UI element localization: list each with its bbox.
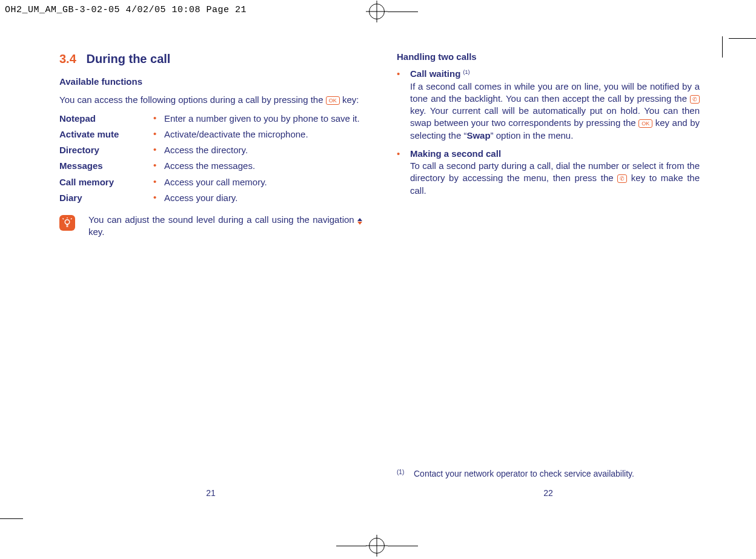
option-term: Messages bbox=[59, 160, 153, 172]
ok-key-icon: OK bbox=[326, 96, 340, 105]
page-left: 3.4 During the call Available functions … bbox=[59, 51, 362, 499]
footnote-mark: (1) bbox=[397, 468, 414, 480]
option-row: Diary • Access your diary. bbox=[59, 192, 362, 204]
bullet-icon: • bbox=[153, 113, 164, 124]
svg-point-0 bbox=[65, 220, 70, 225]
nav-key-icon bbox=[357, 218, 362, 225]
footnote: (1) Contact your network operator to che… bbox=[397, 468, 700, 480]
subheading: Handling two calls bbox=[397, 51, 700, 63]
bullet-lead: Call waiting bbox=[410, 68, 463, 79]
bullet-body: Call waiting (1) If a second call comes … bbox=[410, 68, 700, 142]
call-key-icon: ✆ bbox=[617, 174, 627, 183]
crop-mark bbox=[388, 12, 418, 12]
option-term: Directory bbox=[59, 144, 153, 156]
bullet-icon: • bbox=[397, 148, 410, 160]
svg-line-3 bbox=[71, 219, 72, 220]
section-heading: 3.4 During the call bbox=[59, 51, 362, 67]
section-number: 3.4 bbox=[59, 52, 76, 65]
option-row: Directory • Access the directory. bbox=[59, 144, 362, 156]
option-desc: Activate/deactivate the microphone. bbox=[164, 128, 362, 141]
page-number: 22 bbox=[397, 488, 700, 499]
bullet-icon: • bbox=[153, 160, 164, 171]
page-right: Handling two calls • Call waiting (1) If… bbox=[397, 51, 700, 499]
lightbulb-icon bbox=[59, 215, 75, 231]
crop-mark bbox=[336, 546, 366, 546]
bullet-icon: • bbox=[397, 68, 410, 80]
option-term: Diary bbox=[59, 192, 153, 204]
option-term: Notepad bbox=[59, 113, 153, 125]
bullet-lead: Making a second call bbox=[410, 148, 501, 159]
prepress-header: OH2_UM_AM_GB-3-02-05 4/02/05 10:08 Page … bbox=[5, 5, 247, 15]
subheading: Available functions bbox=[59, 76, 362, 88]
option-desc: Enter a number given to you by phone to … bbox=[164, 113, 362, 125]
option-desc: Access your call memory. bbox=[164, 176, 362, 188]
bullet-icon: • bbox=[153, 144, 164, 155]
call-key-icon: ✆ bbox=[690, 95, 700, 104]
option-term: Call memory bbox=[59, 176, 153, 188]
registration-mark bbox=[369, 4, 385, 19]
section-title: During the call bbox=[87, 52, 171, 65]
option-desc: Access your diary. bbox=[164, 192, 362, 204]
option-desc: Access the directory. bbox=[164, 144, 362, 156]
intro-text: You can access the following options dur… bbox=[59, 94, 362, 106]
options-list: Notepad • Enter a number given to you by… bbox=[59, 113, 362, 205]
page-number: 21 bbox=[59, 488, 362, 499]
option-desc: Access the messages. bbox=[164, 160, 362, 172]
footnote-text: Contact your network operator to check s… bbox=[414, 468, 700, 480]
bullet-icon: • bbox=[153, 128, 164, 139]
tip-block: You can adjust the sound level during a … bbox=[59, 214, 362, 239]
tip-text: You can adjust the sound level during a … bbox=[88, 214, 362, 239]
bullet-item: • Making a second call To call a second … bbox=[397, 148, 700, 197]
ok-key-icon: OK bbox=[638, 119, 652, 128]
option-term: Activate mute bbox=[59, 128, 153, 141]
bullet-icon: • bbox=[153, 176, 164, 187]
bullet-item: • Call waiting (1) If a second call come… bbox=[397, 68, 700, 142]
registration-mark bbox=[369, 538, 385, 554]
swap-word: Swap bbox=[466, 130, 490, 141]
option-row: Notepad • Enter a number given to you by… bbox=[59, 113, 362, 125]
crop-mark bbox=[388, 546, 418, 546]
bullet-icon: • bbox=[153, 192, 164, 203]
crop-mark bbox=[722, 36, 723, 58]
crop-mark bbox=[729, 38, 756, 39]
option-row: Call memory • Access your call memory. bbox=[59, 176, 362, 188]
bullet-body: Making a second call To call a second pa… bbox=[410, 148, 700, 197]
option-row: Activate mute • Activate/deactivate the … bbox=[59, 128, 362, 141]
crop-mark bbox=[0, 518, 23, 519]
svg-line-2 bbox=[63, 219, 64, 220]
option-row: Messages • Access the messages. bbox=[59, 160, 362, 172]
footnote-ref: (1) bbox=[463, 69, 470, 75]
